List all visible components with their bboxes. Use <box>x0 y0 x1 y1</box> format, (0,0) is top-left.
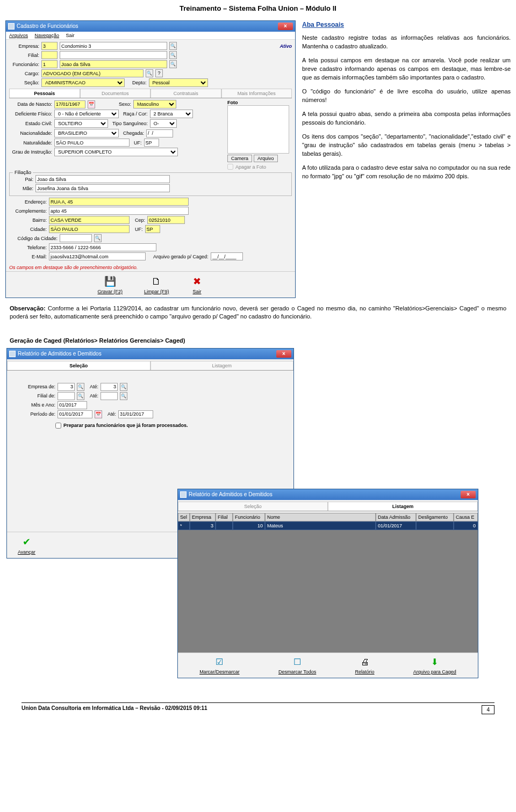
chegada[interactable] <box>146 129 173 137</box>
window-title: Cadastro de Funcionários <box>17 23 78 29</box>
tab-pessoais[interactable]: Pessoais <box>9 89 80 98</box>
menu-sair[interactable]: Sair <box>66 33 75 38</box>
cargo[interactable] <box>41 69 144 77</box>
lookup-icon[interactable]: 🔍 <box>77 392 84 400</box>
lbl-sexo: Sexo: <box>119 102 131 107</box>
lookup-icon[interactable]: 🔍 <box>169 51 177 59</box>
deficiente[interactable]: 0 - Não é Deficiente <box>54 110 119 118</box>
download-icon: ⬇ <box>429 656 441 668</box>
menu-arquivos[interactable]: Arquivos <box>9 33 28 38</box>
check-icon: ☑ <box>213 656 225 668</box>
nacionalidade[interactable]: BRASILEIRO <box>54 129 119 137</box>
lookup-icon[interactable]: 🔍 <box>120 392 127 400</box>
close-icon[interactable]: × <box>461 491 476 498</box>
help-icon[interactable]: ? <box>155 69 163 77</box>
tab-contratuais[interactable]: Contratuais <box>150 89 221 98</box>
desmarcar-todos-button[interactable]: ☐Desmarcar Todos <box>278 656 316 675</box>
table-row[interactable]: * 3 10 Mateus 01/01/2017 0 <box>178 521 478 530</box>
camera-button[interactable]: Camera <box>227 155 252 162</box>
lbl-foto: Foto <box>227 100 292 105</box>
naturalidade[interactable] <box>54 139 130 147</box>
filiacao-group: Filiação Pai: Mãe: <box>9 172 292 196</box>
bairro[interactable] <box>49 216 130 224</box>
uf2[interactable] <box>145 225 160 233</box>
col-filial[interactable]: Filial <box>216 513 233 521</box>
col-empresa[interactable]: Empresa <box>190 513 216 521</box>
telefone[interactable] <box>49 243 156 251</box>
lbl-periodo-de: Período de: <box>18 411 55 417</box>
endereco[interactable] <box>49 198 189 206</box>
periodo-ate[interactable] <box>118 410 153 418</box>
empresa-nome[interactable] <box>60 42 167 50</box>
close-icon[interactable]: × <box>276 350 291 358</box>
arquivo-caged-date[interactable] <box>211 252 243 260</box>
calendar-icon[interactable]: 📅 <box>95 410 102 418</box>
lookup-icon[interactable]: 🔍 <box>169 42 177 50</box>
depto[interactable]: Pessoal <box>149 78 208 87</box>
marcar-button[interactable]: ☑Marcar/Desmarcar <box>199 656 240 675</box>
empresa-de[interactable] <box>58 383 75 391</box>
gravar-button[interactable]: 💾Gravar (F2) <box>97 275 123 294</box>
tab-selecao[interactable]: Seleção <box>7 361 150 370</box>
tab-mais-info[interactable]: Mais Informações <box>221 89 292 98</box>
pai[interactable] <box>35 175 170 183</box>
tab-listagem[interactable]: Listagem <box>150 361 294 370</box>
app-icon <box>8 23 15 30</box>
col-desligamento[interactable]: Desligamento <box>416 513 454 521</box>
arquivo-caged-button[interactable]: ⬇Arquivo para Caged <box>413 656 456 675</box>
foto-box <box>227 105 289 154</box>
tab-listagem[interactable]: Listagem <box>328 502 478 511</box>
grau[interactable]: SUPERIOR COMPLETO <box>54 148 178 156</box>
filial-ate[interactable] <box>101 392 118 400</box>
empresa-cod[interactable] <box>41 42 58 50</box>
calendar-icon[interactable]: 📅 <box>88 100 95 108</box>
relatorio-button[interactable]: 🖨Relatório <box>355 656 375 675</box>
menu-navegacao[interactable]: Navegação <box>35 33 60 38</box>
window-title: Relatório de Admitidos e Demitidos <box>18 351 102 357</box>
sub-heading: Geração de Caged (Relatórios> Relatórios… <box>0 333 516 348</box>
col-nome[interactable]: Nome <box>265 513 376 521</box>
cadastro-window: Cadastro de Funcionários × Arquivos Nave… <box>5 20 296 298</box>
sair-button[interactable]: ✖Sair <box>191 275 204 294</box>
preparar-check[interactable] <box>55 423 61 429</box>
mae[interactable] <box>35 184 170 192</box>
filial-nome[interactable] <box>60 51 167 59</box>
lookup-icon[interactable]: 🔍 <box>120 383 127 391</box>
lookup-icon[interactable]: 🔍 <box>169 60 177 68</box>
tab-documentos[interactable]: Documentos <box>80 89 151 98</box>
arquivo-button[interactable]: Arquivo <box>254 155 278 162</box>
lookup-icon[interactable]: 🔍 <box>146 69 153 77</box>
cep[interactable] <box>147 216 185 224</box>
grid[interactable]: Sel Empresa Filial Funcionário Nome Data… <box>178 513 478 653</box>
col-funcionario[interactable]: Funcionário <box>233 513 265 521</box>
col-causa[interactable]: Causa E <box>454 513 478 521</box>
lookup-icon[interactable]: 🔍 <box>77 383 84 391</box>
filial-de[interactable] <box>58 392 75 400</box>
periodo-de[interactable] <box>58 410 92 418</box>
filial-cod[interactable] <box>41 51 58 59</box>
lbl-filial-de: Filial de: <box>18 393 55 398</box>
col-sel[interactable]: Sel <box>178 513 190 521</box>
ativo-label: Ativo <box>280 44 292 49</box>
estado-civil[interactable]: SOLTEIRO <box>54 119 108 128</box>
mes-ano[interactable] <box>58 401 87 409</box>
close-icon[interactable]: × <box>278 23 293 30</box>
empresa-ate[interactable] <box>101 383 118 391</box>
col-data-admissao[interactable]: Data Admissão <box>376 513 416 521</box>
tab-selecao[interactable]: Seleção <box>178 502 328 511</box>
complemento[interactable] <box>49 207 189 215</box>
avancar-button[interactable]: ✔Avançar <box>18 535 35 555</box>
email[interactable] <box>49 252 146 260</box>
codigo-cidade[interactable] <box>60 234 92 242</box>
func-cod[interactable] <box>41 60 58 68</box>
tipo-sang[interactable]: O- <box>150 119 177 128</box>
data-nascto[interactable] <box>54 100 85 108</box>
uf[interactable] <box>144 139 159 147</box>
raca[interactable]: 2 Branca <box>150 110 193 118</box>
secao[interactable]: ADMINISTRACAO <box>41 78 125 87</box>
lookup-icon[interactable]: 🔍 <box>94 234 102 242</box>
func-nome[interactable] <box>60 60 167 68</box>
sexo[interactable]: Masculino <box>133 100 176 108</box>
limpar-button[interactable]: 🗋Limpar (F9) <box>144 275 169 294</box>
cidade[interactable] <box>49 225 130 233</box>
